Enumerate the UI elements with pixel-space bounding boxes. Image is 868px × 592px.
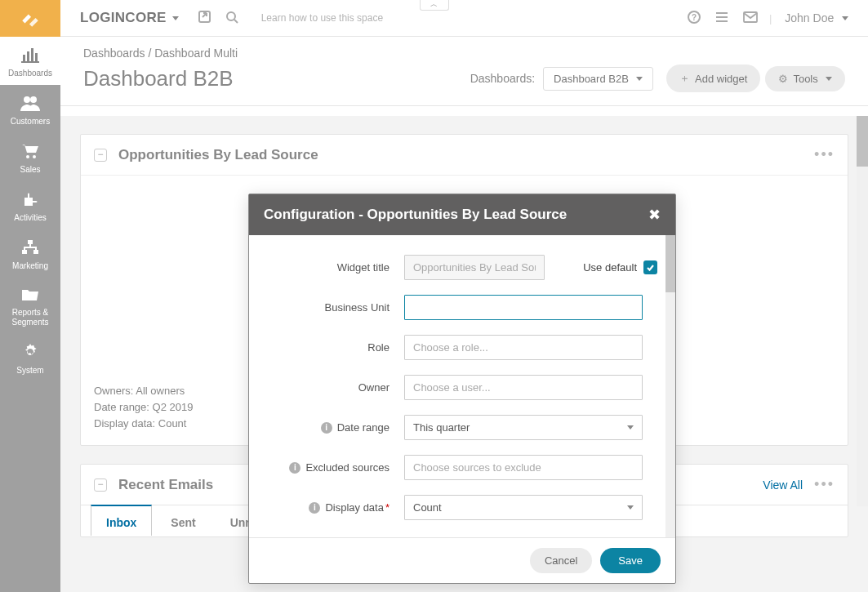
svg-rect-2 — [31, 48, 33, 61]
help-icon[interactable]: ? — [688, 11, 701, 26]
dash-picker-label: Dashboards: — [470, 72, 535, 85]
caret-down-icon — [627, 505, 634, 510]
add-widget-button[interactable]: ＋Add widget — [666, 65, 760, 92]
app-logo[interactable] — [0, 0, 60, 37]
page-header: Dashboards / Dashboard Multi Dashboard B… — [60, 37, 868, 106]
view-all-link[interactable]: View All — [763, 478, 803, 492]
tab-inbox[interactable]: Inbox — [91, 505, 152, 536]
collapse-toggle[interactable]: − — [94, 149, 107, 162]
tools-button[interactable]: ⚙Tools — [765, 66, 845, 91]
modal-scrollbar-thumb[interactable] — [665, 235, 675, 292]
svg-rect-1 — [27, 51, 29, 61]
caret-down-icon — [627, 425, 634, 430]
plus-icon: ＋ — [679, 71, 690, 86]
info-icon[interactable]: i — [309, 502, 320, 514]
info-icon[interactable]: i — [321, 422, 332, 434]
collapse-toggle[interactable]: − — [94, 478, 107, 492]
dashboard-select[interactable]: Dashboard B2B — [543, 67, 653, 91]
folder-icon — [21, 287, 39, 305]
svg-rect-3 — [35, 53, 38, 61]
widget-title-input[interactable] — [404, 255, 545, 280]
svg-point-7 — [26, 155, 29, 158]
owner-select[interactable]: Choose a user... — [404, 375, 643, 400]
caret-down-icon — [172, 16, 179, 20]
configuration-modal: Configuration - Opportunities By Lead So… — [248, 194, 676, 584]
breadcrumb: Dashboards / Dashboard Multi — [83, 47, 845, 60]
bar-chart-icon — [21, 47, 39, 65]
sidebar-item-label: Marketing — [0, 261, 60, 271]
svg-point-6 — [30, 96, 37, 103]
panel-collapse-top[interactable]: ︿ — [420, 0, 449, 11]
page-title: Dashboard B2B — [83, 66, 470, 91]
modal-title: Configuration - Opportunities By Lead So… — [264, 207, 648, 223]
caret-down-icon — [636, 77, 643, 81]
svg-text:?: ? — [692, 13, 697, 22]
save-button[interactable]: Save — [600, 548, 661, 573]
label-owner: Owner — [249, 381, 404, 394]
sidebar: Dashboards Customers Sales Activities Ma… — [0, 0, 60, 592]
label-widget-title: Widget title — [249, 261, 404, 274]
label-role: Role — [249, 341, 404, 354]
sidebar-item-dashboards[interactable]: Dashboards — [0, 37, 60, 85]
svg-rect-11 — [33, 250, 38, 254]
panel-menu[interactable]: ••• — [814, 476, 835, 493]
svg-rect-10 — [22, 250, 27, 254]
page-scrollbar-track — [857, 116, 868, 506]
display-data-select[interactable]: Count — [404, 495, 643, 520]
excluded-sources-select[interactable]: Choose sources to exclude — [404, 455, 643, 480]
label-date-range: Date range — [337, 421, 389, 434]
svg-point-8 — [33, 155, 36, 158]
search-icon[interactable] — [225, 11, 238, 26]
role-select[interactable]: Choose a role... — [404, 335, 643, 360]
sidebar-item-label: Reports & Segments — [0, 308, 60, 327]
label-excluded: Excluded sources — [305, 461, 389, 474]
sidebar-item-marketing[interactable]: Marketing — [0, 229, 60, 278]
panel-title: Opportunities By Lead Source — [118, 147, 814, 163]
logo-icon — [20, 8, 41, 29]
close-icon[interactable]: ✖ — [648, 206, 661, 224]
svg-rect-4 — [21, 61, 39, 63]
caret-down-icon — [842, 16, 848, 20]
business-unit-input[interactable] — [404, 295, 643, 320]
date-range-select[interactable]: This quarter — [404, 415, 643, 440]
label-display-data: Display data* — [325, 501, 389, 514]
caret-down-icon — [826, 77, 832, 81]
svg-rect-9 — [28, 240, 33, 244]
cart-icon — [21, 143, 39, 162]
info-icon[interactable]: i — [289, 462, 300, 474]
puzzle-icon — [21, 191, 39, 210]
sitemap-icon — [21, 239, 39, 258]
gear-icon: ⚙ — [778, 73, 788, 85]
user-name: John Doe — [785, 11, 834, 24]
brand-switcher[interactable]: LOGINCORE — [80, 10, 179, 26]
svg-point-5 — [24, 96, 30, 103]
sidebar-item-label: System — [0, 366, 60, 376]
gear-icon — [22, 344, 38, 363]
label-business-unit: Business Unit — [249, 301, 404, 314]
mail-icon[interactable] — [743, 11, 758, 25]
sidebar-item-label: Activities — [0, 213, 60, 223]
breadcrumb-link[interactable]: Dashboards — [83, 47, 145, 60]
svg-point-13 — [227, 12, 235, 20]
tab-sent[interactable]: Sent — [155, 505, 211, 536]
sidebar-item-label: Dashboards — [0, 69, 60, 78]
panel-menu[interactable]: ••• — [814, 146, 835, 163]
users-icon — [20, 95, 40, 114]
sidebar-item-customers[interactable]: Customers — [0, 85, 60, 133]
menu-icon[interactable] — [715, 11, 728, 25]
share-icon[interactable] — [198, 11, 211, 25]
page-scrollbar-thumb[interactable] — [857, 116, 868, 167]
use-default-checkbox[interactable] — [643, 260, 657, 274]
sidebar-item-label: Sales — [0, 165, 60, 175]
sidebar-item-sales[interactable]: Sales — [0, 133, 60, 181]
sidebar-item-label: Customers — [0, 117, 60, 127]
svg-rect-0 — [23, 55, 25, 61]
cancel-button[interactable]: Cancel — [530, 548, 592, 573]
sidebar-item-system[interactable]: System — [0, 334, 60, 382]
topbar: LOGINCORE Learn how to use this space ? … — [60, 0, 868, 37]
space-hint: Learn how to use this space — [261, 12, 383, 24]
sidebar-item-reports[interactable]: Reports & Segments — [0, 278, 60, 334]
sidebar-item-activities[interactable]: Activities — [0, 181, 60, 229]
user-menu[interactable]: John Doe — [785, 11, 848, 24]
widget-meta: Owners: All owners Date range: Q2 2019 D… — [94, 383, 193, 432]
